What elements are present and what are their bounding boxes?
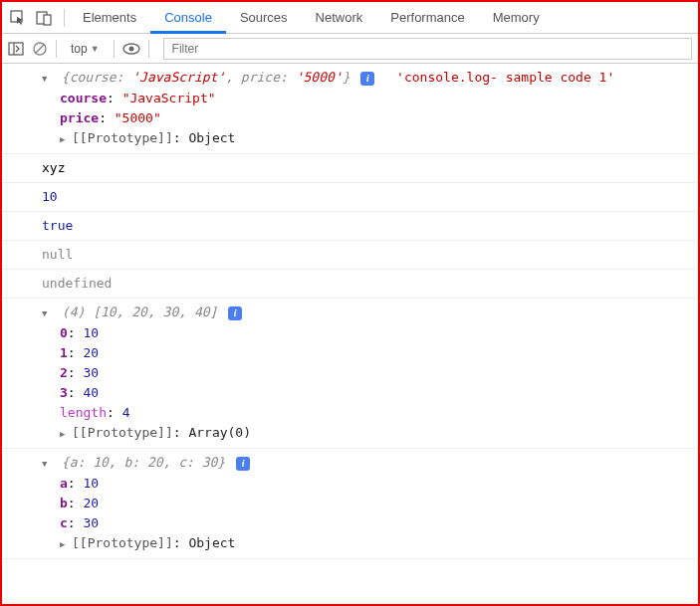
- array-value: 30: [83, 365, 99, 380]
- info-icon[interactable]: [236, 457, 250, 471]
- object-key: b: [60, 496, 68, 510]
- log-message: 'console.log- sample code 1': [396, 70, 614, 85]
- log-object-1[interactable]: {course: 'JavaScript', price: '5000'} 'c…: [2, 64, 698, 154]
- expand-caret-icon[interactable]: [42, 303, 54, 323]
- device-toolbar-icon[interactable]: [36, 10, 52, 26]
- object-summary: {a: 10, b: 20, c: 30}: [62, 455, 225, 470]
- log-number[interactable]: 10: [2, 183, 698, 212]
- context-label: top: [71, 42, 88, 56]
- filter-input[interactable]: [163, 38, 692, 60]
- object-value: 10: [83, 476, 99, 491]
- expand-caret-icon[interactable]: [60, 424, 72, 444]
- log-null[interactable]: null: [2, 241, 698, 270]
- separator: [148, 40, 149, 58]
- object-summary: {course: 'JavaScript', price: '5000'}: [62, 70, 350, 85]
- array-value: 40: [83, 385, 99, 400]
- object-key: course: [60, 91, 107, 105]
- prototype-key: [[Prototype]]: [72, 535, 173, 550]
- length-key: length: [60, 405, 107, 420]
- object-value: "5000": [115, 110, 161, 125]
- array-summary: (4) [10, 20, 30, 40]: [62, 304, 218, 319]
- array-index: 0: [60, 325, 68, 340]
- log-value: 10: [42, 189, 58, 204]
- expand-caret-icon[interactable]: [60, 129, 72, 149]
- tab-network[interactable]: Network: [302, 2, 377, 34]
- svg-point-8: [128, 46, 133, 51]
- object-value: 30: [83, 515, 99, 530]
- tab-elements[interactable]: Elements: [69, 2, 150, 34]
- info-icon[interactable]: [360, 72, 374, 86]
- svg-rect-3: [9, 43, 23, 55]
- separator: [56, 40, 57, 58]
- log-value: null: [42, 247, 73, 262]
- tab-sources[interactable]: Sources: [226, 2, 302, 34]
- array-index: 2: [60, 365, 68, 380]
- tab-icon-group: [2, 10, 60, 26]
- tab-memory[interactable]: Memory: [479, 2, 554, 34]
- expand-caret-icon[interactable]: [60, 534, 72, 554]
- array-index: 3: [60, 385, 68, 400]
- info-icon[interactable]: [228, 306, 242, 320]
- expand-caret-icon[interactable]: [42, 454, 54, 474]
- separator: [114, 40, 115, 58]
- tab-console[interactable]: Console: [150, 2, 226, 34]
- svg-rect-2: [44, 15, 51, 25]
- clear-console-icon[interactable]: [32, 41, 48, 57]
- prototype-value: Object: [188, 535, 235, 550]
- log-boolean[interactable]: true: [2, 212, 698, 241]
- log-value: true: [42, 218, 73, 233]
- object-key: c: [60, 515, 68, 530]
- prototype-value: Object: [188, 130, 235, 145]
- log-object-3[interactable]: {a: 10, b: 20, c: 30} a: 10 b: 20 c: 30 …: [2, 449, 698, 559]
- prototype-key: [[Prototype]]: [72, 130, 173, 145]
- inspect-icon[interactable]: [10, 10, 26, 26]
- tab-performance[interactable]: Performance: [376, 2, 478, 34]
- log-string[interactable]: xyz: [2, 154, 698, 183]
- prototype-value: Array(0): [188, 425, 251, 440]
- log-value: xyz: [42, 160, 65, 175]
- object-value: "JavaScript": [122, 91, 216, 105]
- object-key: a: [60, 476, 68, 491]
- log-array[interactable]: (4) [10, 20, 30, 40] 0: 10 1: 20 2: 30 3…: [2, 299, 698, 449]
- log-undefined[interactable]: undefined: [2, 270, 698, 299]
- chevron-down-icon: ▼: [91, 44, 100, 54]
- array-value: 10: [83, 325, 99, 340]
- expand-caret-icon[interactable]: [42, 69, 54, 89]
- console-sidebar-toggle-icon[interactable]: [8, 41, 24, 57]
- separator: [64, 9, 65, 27]
- array-value: 20: [83, 345, 99, 360]
- devtools-tab-bar: Elements Console Sources Network Perform…: [2, 2, 698, 34]
- object-key: price: [60, 110, 99, 125]
- prototype-key: [[Prototype]]: [72, 425, 173, 440]
- object-value: 20: [83, 496, 99, 510]
- log-value: undefined: [42, 276, 112, 291]
- live-expression-icon[interactable]: [122, 43, 140, 55]
- context-selector[interactable]: top ▼: [65, 42, 106, 56]
- console-toolbar: top ▼: [2, 34, 698, 64]
- svg-line-6: [36, 45, 44, 53]
- length-value: 4: [122, 405, 130, 420]
- console-output: {course: 'JavaScript', price: '5000'} 'c…: [2, 64, 698, 559]
- array-index: 1: [60, 345, 68, 360]
